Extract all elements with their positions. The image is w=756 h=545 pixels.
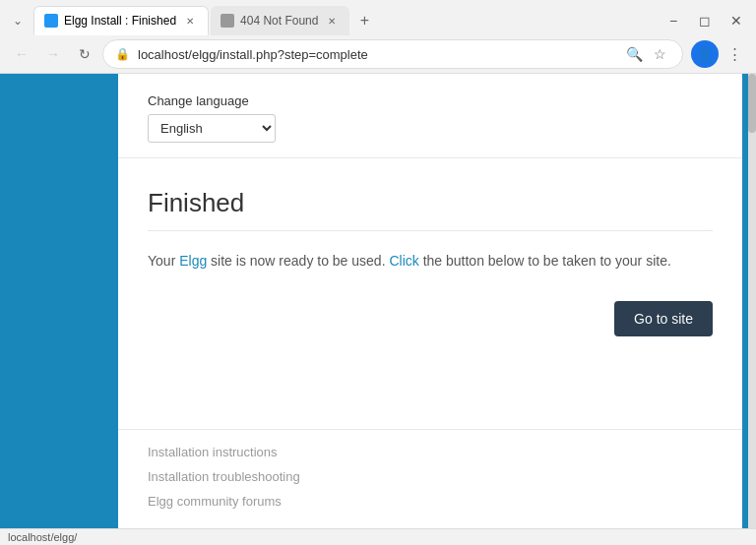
tab-favicon-1 — [44, 14, 58, 28]
back-button[interactable]: ← — [8, 40, 35, 68]
footer-links: Installation instructions Installation t… — [118, 429, 742, 528]
more-options-button[interactable]: ⋮ — [721, 40, 748, 68]
language-label: Change language — [148, 93, 713, 108]
address-text: localhost/elgg/install.php?step=complete — [138, 47, 615, 62]
scrollbar-thumb[interactable] — [748, 74, 756, 133]
new-tab-button[interactable]: + — [351, 8, 377, 33]
go-to-site-button[interactable]: Go to site — [614, 301, 713, 336]
tab-list-button[interactable]: ⌄ — [8, 9, 28, 32]
profile-button[interactable]: 👤 — [691, 40, 719, 68]
scrollbar-track — [748, 74, 756, 528]
elgg-community-forums-link[interactable]: Elgg community forums — [148, 494, 713, 509]
click-word: Click — [389, 253, 418, 269]
desc-before-link: Your — [148, 253, 179, 269]
browser-chrome: ⌄ Elgg Install : Finished ✕ 404 Not Foun… — [0, 0, 756, 74]
tab-elgg-install[interactable]: Elgg Install : Finished ✕ — [33, 6, 209, 35]
tab-close-1[interactable]: ✕ — [182, 13, 198, 29]
tab-bar: ⌄ Elgg Install : Finished ✕ 404 Not Foun… — [0, 0, 756, 35]
lock-icon: 🔒 — [115, 47, 130, 61]
address-bar[interactable]: 🔒 localhost/elgg/install.php?step=comple… — [102, 39, 683, 69]
star-icon[interactable]: ☆ — [649, 43, 670, 65]
tab-404[interactable]: 404 Not Found ✕ — [211, 6, 349, 35]
desc-after-click: the button below to be taken to your sit… — [419, 253, 671, 269]
page-area: Change language English French German Sp… — [0, 74, 756, 528]
tab-title-1: Elgg Install : Finished — [64, 14, 176, 28]
sidebar-right — [742, 74, 756, 528]
language-select[interactable]: English French German Spanish — [148, 114, 276, 143]
window-controls: − ◻ ✕ — [662, 9, 748, 32]
installation-instructions-link[interactable]: Installation instructions — [148, 445, 713, 459]
nav-extras: 👤 ⋮ — [691, 40, 748, 68]
forward-button[interactable]: → — [39, 40, 67, 68]
go-to-site-wrapper: Go to site — [148, 301, 713, 336]
main-section: Finished Your Elgg site is now ready to … — [118, 158, 742, 429]
language-section: Change language English French German Sp… — [118, 74, 742, 158]
page-content: Change language English French German Sp… — [118, 74, 742, 528]
tab-close-2[interactable]: ✕ — [324, 13, 340, 29]
close-button[interactable]: ✕ — [724, 9, 748, 32]
tab-title-2: 404 Not Found — [240, 14, 318, 28]
desc-middle: site is now ready to be used. — [207, 253, 389, 269]
elgg-link[interactable]: Elgg — [179, 253, 207, 269]
nav-bar: ← → ↻ 🔒 localhost/elgg/install.php?step=… — [0, 35, 756, 73]
page-title: Finished — [148, 188, 713, 231]
sidebar-left — [0, 74, 118, 528]
tab-favicon-2 — [220, 14, 234, 28]
refresh-button[interactable]: ↻ — [71, 40, 98, 68]
minimize-button[interactable]: − — [662, 9, 685, 32]
maximize-button[interactable]: ◻ — [693, 9, 717, 32]
status-bar: localhost/elgg/ — [0, 528, 756, 545]
address-actions: 🔍 ☆ — [623, 43, 670, 65]
finished-description: Your Elgg site is now ready to be used. … — [148, 251, 713, 272]
content-card: Change language English French German Sp… — [118, 74, 742, 528]
installation-troubleshooting-link[interactable]: Installation troubleshooting — [148, 469, 713, 484]
status-text: localhost/elgg/ — [8, 531, 77, 543]
zoom-icon[interactable]: 🔍 — [623, 43, 645, 65]
